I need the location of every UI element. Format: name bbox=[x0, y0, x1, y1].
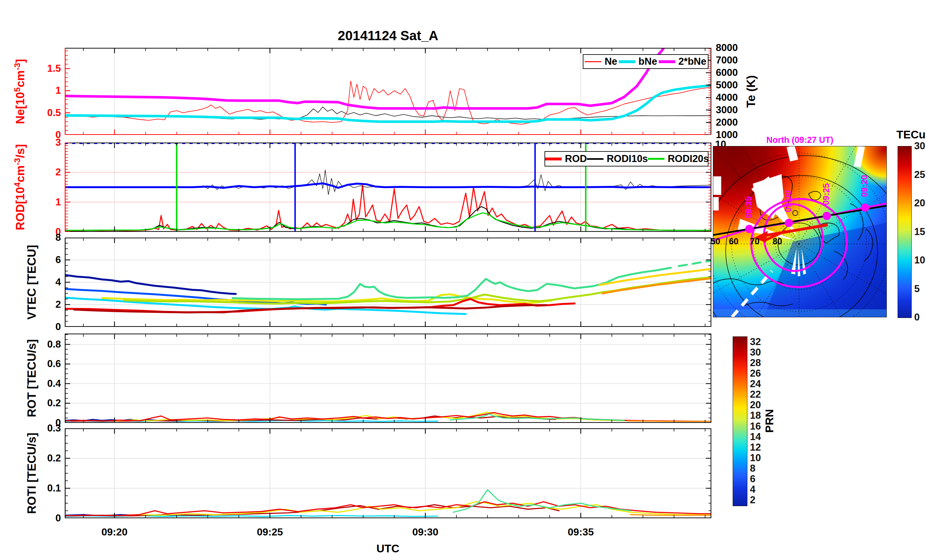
legend-swatch bbox=[659, 60, 675, 63]
legend-swatch bbox=[545, 157, 562, 160]
legend-swatch bbox=[585, 61, 601, 62]
figure: 20141124 Sat_A NebNe2*bNe RODRODI10sRODI… bbox=[0, 0, 926, 560]
legend-label: Ne bbox=[604, 56, 617, 67]
tick-label: 22 bbox=[750, 389, 761, 400]
tick-label: 8 bbox=[56, 232, 61, 243]
tick-label: 7000 bbox=[716, 54, 738, 66]
map-title: North (09:27 UT) bbox=[713, 135, 887, 145]
legend-item: RODI20s bbox=[648, 153, 709, 165]
map-track-time-label: 09:30 bbox=[784, 190, 793, 212]
tick-label: 20 bbox=[914, 197, 925, 209]
map-track-time-label: 09:35 bbox=[744, 196, 754, 218]
tick-label: 15 bbox=[914, 226, 925, 238]
data-series bbox=[74, 305, 546, 313]
legend-label: ROD bbox=[565, 153, 587, 165]
tick-label: 0 bbox=[56, 321, 61, 333]
tick-label: 2 bbox=[56, 299, 61, 310]
y-axis-label: VTEC [TECU] bbox=[25, 245, 39, 319]
tick-label: 09:20 bbox=[101, 526, 128, 538]
tick-label: 1 bbox=[56, 85, 61, 96]
tick-label: 16 bbox=[750, 421, 761, 432]
data-series bbox=[679, 261, 711, 266]
tick-label: 25 bbox=[914, 169, 925, 180]
map-track-time-label: 09:20 bbox=[859, 175, 870, 197]
data-series bbox=[65, 185, 711, 231]
tick-label: 2 bbox=[750, 494, 755, 506]
tick-label: 4 bbox=[750, 484, 755, 495]
tick-label: 28 bbox=[750, 357, 761, 369]
tick-label: 6000 bbox=[716, 67, 738, 79]
tick-label: 09:25 bbox=[257, 526, 283, 538]
tick-label: 3000 bbox=[716, 104, 738, 116]
tick-label: 2000 bbox=[716, 117, 738, 128]
tick-label: 0.5 bbox=[47, 107, 61, 119]
tick-label: 24 bbox=[750, 378, 761, 390]
y-axis-label: ROTI [TECU/s] bbox=[25, 433, 39, 514]
y-axis-label: ROD[104cm-3/s] bbox=[12, 144, 27, 230]
legend-item: RODI10s bbox=[587, 153, 648, 165]
legend-label: 2*bNe bbox=[678, 56, 707, 67]
te-axis-label: Te (K) bbox=[744, 75, 758, 107]
legend-label: RODI10s bbox=[607, 153, 648, 165]
data-series bbox=[453, 490, 631, 513]
tick-label: 5 bbox=[914, 283, 920, 295]
tick-label: 8000 bbox=[716, 42, 738, 54]
legend-item: 2*bNe bbox=[659, 56, 707, 67]
tick-label: 6 bbox=[750, 473, 755, 485]
y-axis-label: Ne[105cm-3] bbox=[12, 59, 27, 124]
tick-label: 12 bbox=[750, 442, 761, 453]
tick-label: 0.8 bbox=[47, 339, 61, 350]
legend-item: Ne bbox=[585, 56, 617, 67]
tick-label: 4 bbox=[56, 277, 61, 288]
tick-label: 09:30 bbox=[412, 526, 439, 538]
legend-ne: NebNe2*bNe bbox=[583, 54, 708, 69]
y-axis-label: ROT [TECU/s] bbox=[25, 339, 39, 418]
legend-swatch bbox=[587, 158, 604, 160]
tick-label: 09:35 bbox=[568, 526, 594, 538]
legend-swatch bbox=[619, 60, 635, 63]
x-axis-label: UTC bbox=[377, 542, 399, 555]
tick-label: 2 bbox=[56, 166, 61, 178]
tecu-colorbar bbox=[897, 146, 912, 318]
map-lat-label: 50 bbox=[711, 237, 720, 247]
tick-label: 14 bbox=[750, 431, 761, 443]
tick-label: 0.1 bbox=[47, 483, 61, 494]
data-series bbox=[65, 48, 668, 108]
legend-swatch bbox=[648, 158, 664, 160]
prn-colorbar bbox=[733, 336, 747, 506]
tick-label: 10 bbox=[914, 254, 925, 266]
tick-label: 0.6 bbox=[47, 358, 61, 369]
prn-colorbar-label: PRN bbox=[763, 409, 776, 433]
tick-label: 1.5 bbox=[47, 63, 61, 74]
panel-roti bbox=[65, 428, 711, 518]
map-lat-label: 80 bbox=[773, 237, 782, 247]
data-series bbox=[71, 505, 559, 516]
tick-label: 10 bbox=[750, 452, 761, 464]
tick-label: 8 bbox=[750, 463, 755, 474]
map-lat-label: 60 bbox=[729, 237, 738, 247]
data-series bbox=[198, 170, 711, 195]
legend-rod: RODRODI10sRODI20s bbox=[545, 151, 708, 166]
tick-label: 0.2 bbox=[47, 453, 61, 464]
legend-label: RODI20s bbox=[667, 153, 709, 165]
legend-item: ROD bbox=[545, 153, 587, 165]
polar-tec-map bbox=[713, 146, 887, 317]
data-series bbox=[65, 183, 711, 188]
panel-vtec bbox=[65, 238, 711, 327]
tick-label: 0 bbox=[56, 513, 61, 524]
tick-label: 0 bbox=[914, 312, 920, 323]
tick-label: 0.2 bbox=[47, 397, 61, 409]
map-lat-label: 70 bbox=[750, 237, 760, 247]
tecu-colorbar-title: TECu bbox=[892, 128, 926, 141]
tick-label: 0.4 bbox=[47, 378, 61, 389]
tick-label: 30 bbox=[750, 347, 761, 358]
map-track-time-label: 09:25 bbox=[822, 183, 831, 205]
tick-label: 32 bbox=[750, 336, 761, 348]
tick-label: 5000 bbox=[716, 79, 738, 91]
tick-label: 20 bbox=[750, 399, 761, 411]
panel-rot bbox=[65, 334, 711, 423]
tick-label: 18 bbox=[750, 410, 761, 421]
tick-label: 0.3 bbox=[47, 422, 61, 434]
tick-label: 4000 bbox=[716, 92, 738, 103]
figure-title: 20141124 Sat_A bbox=[65, 28, 711, 43]
